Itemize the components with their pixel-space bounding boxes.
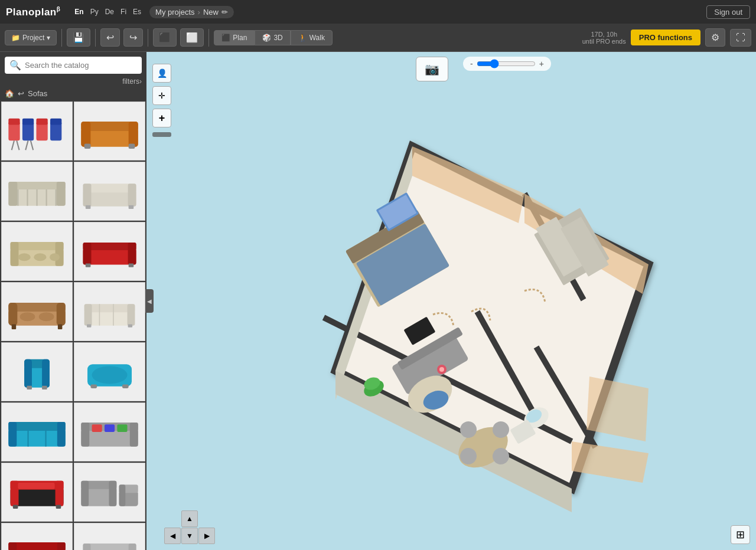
svg-rect-100: [8, 542, 65, 550]
catalog-item-10[interactable]: [74, 342, 145, 401]
svg-rect-74: [8, 422, 17, 447]
edit-icon[interactable]: ✏: [221, 8, 228, 17]
person-view-button[interactable]: 👤: [152, 64, 171, 83]
svg-rect-14: [81, 122, 90, 147]
draw-tool-button[interactable]: ⬜: [180, 28, 204, 47]
app-logo: Planoplanβ: [6, 6, 60, 18]
svg-point-53: [39, 312, 54, 321]
svg-rect-56: [84, 304, 92, 325]
pro-functions-button[interactable]: PRO functions: [631, 30, 700, 45]
catalog-item-3[interactable]: [1, 162, 73, 221]
new-project-label[interactable]: New: [203, 8, 219, 17]
svg-rect-1: [8, 119, 19, 125]
catalog-item-11[interactable]: [1, 402, 73, 461]
3d-view-button[interactable]: 🎲 3D: [255, 30, 290, 45]
lang-fi[interactable]: Fi: [118, 6, 129, 17]
svg-rect-102: [57, 542, 66, 550]
catalog-item-1[interactable]: [1, 102, 73, 161]
svg-rect-50: [12, 324, 16, 329]
svg-point-69: [92, 366, 128, 384]
minimap[interactable]: ⊞: [731, 525, 750, 544]
svg-rect-67: [42, 386, 47, 389]
select-tool-button[interactable]: ⬛: [153, 28, 177, 47]
sidebar-collapse-handle[interactable]: ◀: [145, 289, 154, 313]
undo-button[interactable]: ↩: [100, 28, 120, 47]
catalog-item-6[interactable]: [74, 222, 145, 281]
svg-rect-66: [27, 386, 32, 389]
zoom-slider: - +: [463, 57, 551, 71]
svg-rect-81: [130, 423, 138, 447]
svg-rect-31: [86, 205, 91, 209]
sign-out-button[interactable]: Sign out: [706, 5, 750, 19]
svg-rect-90: [13, 505, 18, 508]
catalog-item-2[interactable]: [74, 102, 145, 161]
svg-rect-64: [24, 359, 32, 388]
canvas-area[interactable]: 📷 - + 👤 ✛ +: [146, 52, 756, 550]
search-input[interactable]: [25, 61, 137, 70]
search-input-wrap[interactable]: 🔍: [5, 57, 142, 74]
project-breadcrumb[interactable]: My projects › New ✏: [149, 6, 234, 18]
svg-rect-49: [57, 303, 66, 326]
svg-rect-57: [127, 304, 135, 325]
plan-view-button[interactable]: ⬛ Plan: [214, 30, 255, 45]
fullscreen-button[interactable]: ⛶: [730, 29, 751, 47]
catalog-item-8[interactable]: [74, 282, 145, 341]
svg-rect-48: [8, 303, 17, 326]
zoom-minus-bar[interactable]: [152, 132, 171, 137]
pro-until: until PRO ends: [582, 38, 626, 45]
floorplan[interactable]: [176, 81, 708, 550]
settings-button[interactable]: ⚙: [705, 28, 725, 47]
screenshot-button[interactable]: 📷: [416, 57, 448, 81]
lang-en[interactable]: En: [72, 6, 86, 17]
svg-rect-98: [119, 484, 126, 506]
svg-rect-80: [81, 423, 89, 447]
svg-rect-5: [36, 119, 47, 125]
top-navigation: Planoplanβ En Ру De Fi Es My projects › …: [0, 0, 756, 24]
pan-left-button[interactable]: ◀: [164, 528, 181, 544]
lang-de[interactable]: De: [103, 6, 116, 17]
lang-ru[interactable]: Ру: [88, 6, 101, 17]
svg-rect-15: [129, 122, 138, 147]
pan-controls: ▲ ◀ ▼ ▶: [164, 510, 215, 544]
catalog-item-12[interactable]: [74, 402, 145, 461]
svg-point-38: [34, 253, 46, 261]
zoom-range-input[interactable]: [477, 59, 536, 68]
zoom-minus-label: -: [470, 59, 473, 68]
svg-rect-88: [56, 481, 64, 506]
redo-button[interactable]: ↪: [123, 28, 143, 47]
my-projects-link[interactable]: My projects: [155, 8, 194, 17]
catalog-item-16[interactable]: [74, 523, 145, 550]
toolbar-separator-2: [95, 29, 96, 47]
svg-rect-71: [122, 384, 129, 388]
svg-rect-89: [18, 483, 54, 489]
catalog-item-7[interactable]: [1, 282, 73, 341]
pan-down-button[interactable]: ▼: [181, 528, 198, 544]
project-menu-button[interactable]: 📁 Project ▾: [5, 30, 57, 45]
walk-view-button[interactable]: 🚶 Walk: [291, 30, 333, 45]
home-icon[interactable]: 🏠: [5, 89, 14, 98]
category-label: Sofas: [28, 89, 47, 98]
svg-rect-3: [22, 119, 34, 125]
catalog-item-13[interactable]: [1, 463, 73, 522]
svg-rect-16: [84, 143, 91, 149]
svg-point-135: [439, 367, 444, 372]
lang-es[interactable]: Es: [131, 6, 144, 17]
filters-link[interactable]: filters›: [0, 76, 146, 87]
compass-button[interactable]: ✛: [152, 86, 171, 105]
zoom-plus-button[interactable]: +: [152, 109, 171, 127]
pan-up-button[interactable]: ▲: [181, 510, 198, 527]
save-button[interactable]: 💾: [67, 28, 90, 47]
catalog-item-5[interactable]: [1, 222, 73, 281]
svg-rect-51: [58, 324, 62, 329]
svg-rect-94: [81, 481, 89, 506]
catalog-item-4[interactable]: [74, 162, 145, 221]
folder-icon: 📁: [11, 34, 20, 42]
pan-right-button[interactable]: ▶: [198, 528, 215, 544]
back-icon[interactable]: ↩: [18, 89, 24, 98]
catalog-item-15[interactable]: [1, 523, 73, 550]
catalog-item-14[interactable]: [74, 463, 145, 522]
catalog-item-9[interactable]: [1, 342, 73, 401]
minimap-icon: ⊞: [736, 528, 745, 541]
svg-rect-82: [92, 424, 102, 432]
svg-rect-17: [129, 143, 135, 149]
